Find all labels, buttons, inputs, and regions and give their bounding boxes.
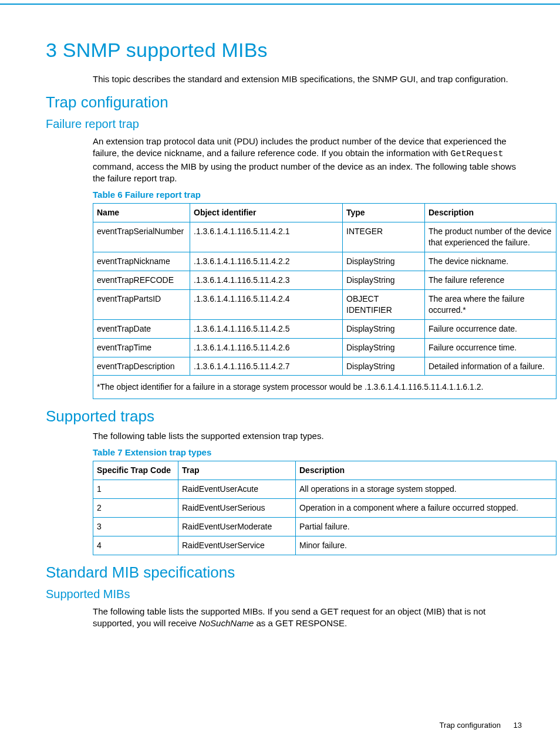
cell-desc: The product number of the device that ex… — [425, 222, 556, 252]
cell-desc: Operation in a component where a failure… — [296, 499, 556, 518]
table-header-row: Name Object identifier Type Description — [93, 204, 556, 222]
cell-name: eventTrapPartsID — [93, 289, 190, 319]
cell-oid: .1.3.6.1.4.1.116.5.11.4.2.2 — [190, 252, 343, 271]
code-getrequest: GetRequest — [451, 149, 504, 159]
supported-mibs-paragraph: The following table lists the supported … — [46, 606, 522, 630]
table-row: 2 RaidEventUserSerious Operation in a co… — [93, 499, 556, 518]
cell-code: 3 — [93, 518, 178, 536]
cell-desc: The device nickname. — [425, 252, 556, 271]
nosuchname-ital: NoSuchName — [199, 618, 254, 628]
cell-trap: RaidEventUserSerious — [178, 499, 296, 518]
cell-type: DisplayString — [343, 338, 425, 357]
cell-code: 2 — [93, 499, 178, 518]
th-oid: Object identifier — [190, 204, 343, 222]
th-description: Description — [425, 204, 556, 222]
cell-desc: All operations in a storage system stopp… — [296, 480, 556, 499]
page-footer: Trap configuration 13 — [440, 720, 522, 731]
chapter-title: 3 SNMP supported MIBs — [46, 37, 522, 64]
subsection-failure-report-trap: Failure report trap — [46, 116, 522, 132]
intro-paragraph: This topic describes the standard and ex… — [46, 73, 522, 85]
cell-type: DisplayString — [343, 252, 425, 271]
subsection-supported-mibs: Supported MIBs — [46, 586, 522, 602]
cell-trap: RaidEventUserAcute — [178, 480, 296, 499]
table-header-row: Specific Trap Code Trap Description — [93, 461, 556, 480]
cell-desc: The failure reference — [425, 271, 556, 290]
cell-desc: Detailed information of a failure. — [425, 357, 556, 376]
cell-oid: .1.3.6.1.4.1.116.5.11.4.2.3 — [190, 271, 343, 290]
cell-desc: Minor failure. — [296, 536, 556, 555]
cell-code: 4 — [93, 536, 178, 555]
section-trap-configuration: Trap configuration — [46, 92, 522, 113]
cell-desc: Failure occurrence date. — [425, 319, 556, 338]
cell-type: OBJECT IDENTIFIER — [343, 289, 425, 319]
table-row: 1 RaidEventUserAcute All operations in a… — [93, 480, 556, 499]
cell-name: eventTrapDescription — [93, 357, 190, 376]
th-code: Specific Trap Code — [93, 461, 178, 480]
table7-extension-trap-types: Specific Trap Code Trap Description 1 Ra… — [93, 461, 556, 555]
cell-oid: .1.3.6.1.4.1.116.5.11.4.2.4 — [190, 289, 343, 319]
cell-desc: The area where the failure occurred.* — [425, 289, 556, 319]
cell-name: eventTrapSerialNumber — [93, 222, 190, 252]
cell-type: DisplayString — [343, 357, 425, 376]
cell-desc: Partial failure. — [296, 518, 556, 536]
section-supported-traps: Supported traps — [46, 406, 522, 427]
table-row: eventTrapREFCODE .1.3.6.1.4.1.116.5.11.4… — [93, 271, 556, 290]
table7-caption: Table 7 Extension trap types — [93, 447, 522, 458]
table-row: 4 RaidEventUserService Minor failure. — [93, 536, 556, 555]
cell-name: eventTrapREFCODE — [93, 271, 190, 290]
th-description: Description — [296, 461, 556, 480]
cell-type: DisplayString — [343, 271, 425, 290]
cell-type: DisplayString — [343, 319, 425, 338]
cell-name: eventTrapDate — [93, 319, 190, 338]
table6-caption: Table 6 Failure report trap — [93, 189, 522, 201]
th-name: Name — [93, 204, 190, 222]
table-row: eventTrapSerialNumber .1.3.6.1.4.1.116.5… — [93, 222, 556, 252]
table-footnote-row: *The object identifier for a failure in … — [93, 376, 556, 399]
cell-trap: RaidEventUserService — [178, 536, 296, 555]
cell-name: eventTrapNickname — [93, 252, 190, 271]
table-row: eventTrapDescription .1.3.6.1.4.1.116.5.… — [93, 357, 556, 376]
th-trap: Trap — [178, 461, 296, 480]
failure-trap-paragraph: An extension trap protocol data unit (PD… — [46, 136, 522, 184]
cell-trap: RaidEventUserModerate — [178, 518, 296, 536]
cell-oid: .1.3.6.1.4.1.116.5.11.4.2.1 — [190, 222, 343, 252]
page-content: 3 SNMP supported MIBs This topic describ… — [0, 4, 560, 629]
table-row: eventTrapTime .1.3.6.1.4.1.116.5.11.4.2.… — [93, 338, 556, 357]
supported-mibs-text-post: as a GET RESPONSE. — [254, 618, 347, 628]
table-row: eventTrapNickname .1.3.6.1.4.1.116.5.11.… — [93, 252, 556, 271]
cell-name: eventTrapTime — [93, 338, 190, 357]
th-type: Type — [343, 204, 425, 222]
table6-footnote: *The object identifier for a failure in … — [93, 376, 556, 399]
page-number: 13 — [514, 721, 522, 730]
table6-failure-report-trap: Name Object identifier Type Description … — [93, 203, 556, 399]
cell-code: 1 — [93, 480, 178, 499]
table-row: eventTrapPartsID .1.3.6.1.4.1.116.5.11.4… — [93, 289, 556, 319]
cell-desc: Failure occurrence time. — [425, 338, 556, 357]
cell-type: INTEGER — [343, 222, 425, 252]
cell-oid: .1.3.6.1.4.1.116.5.11.4.2.6 — [190, 338, 343, 357]
table-row: 3 RaidEventUserModerate Partial failure. — [93, 518, 556, 536]
table-row: eventTrapDate .1.3.6.1.4.1.116.5.11.4.2.… — [93, 319, 556, 338]
section-standard-mib-spec: Standard MIB specifications — [46, 562, 522, 583]
failure-trap-text-post: command, access the MIB by using the pro… — [93, 161, 516, 183]
footer-section-label: Trap configuration — [440, 721, 501, 730]
cell-oid: .1.3.6.1.4.1.116.5.11.4.2.5 — [190, 319, 343, 338]
cell-oid: .1.3.6.1.4.1.116.5.11.4.2.7 — [190, 357, 343, 376]
failure-trap-text-pre: An extension trap protocol data unit (PD… — [93, 136, 507, 158]
supported-traps-paragraph: The following table lists the supported … — [46, 430, 522, 442]
